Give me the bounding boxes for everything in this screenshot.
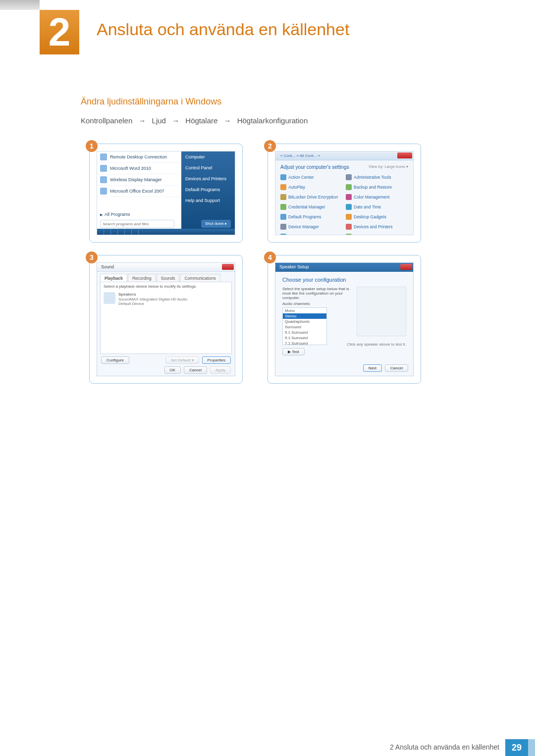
arrow-icon: →	[224, 116, 231, 125]
cancel-button[interactable]: Cancel	[385, 364, 408, 372]
cancel-button[interactable]: Cancel	[184, 366, 207, 374]
start-right-item[interactable]: Help and Support	[181, 195, 235, 206]
page-footer: 2 Ansluta och använda en källenhet 29	[0, 739, 535, 756]
start-right-item[interactable]: Control Panel	[181, 162, 235, 173]
cp-icon	[346, 224, 352, 230]
next-button[interactable]: Next	[363, 364, 382, 372]
screenshot-sound-dialog: 3 Sound Playback Recording Sounds Commun…	[89, 255, 243, 384]
set-default-button[interactable]: Set Default ▾	[165, 356, 199, 364]
tab-playback[interactable]: Playback	[100, 274, 127, 282]
breadcrumb[interactable]: « Cont... » All Cont... »	[280, 153, 320, 158]
list-item[interactable]: Mono	[283, 308, 326, 313]
start-right-item[interactable]: Default Programs	[181, 184, 235, 195]
cp-item[interactable]: Action Center	[280, 172, 346, 182]
speaker-icon	[104, 292, 115, 304]
cp-icon	[346, 214, 352, 220]
playback-device[interactable]: Speakers SoundMAX Integrated Digital HD …	[104, 292, 187, 306]
path-step: Ljud	[152, 116, 166, 125]
screenshot-control-panel: 2 « Cont... » All Cont... » Adjust your …	[268, 144, 421, 243]
footer-caption: 2 Ansluta och använda en källenhet	[384, 739, 505, 756]
start-right-item[interactable]: Devices and Printers	[181, 173, 235, 184]
start-menu-item[interactable]: Wireless Display Manager	[97, 174, 181, 186]
cp-item[interactable]: Ease of Access Center	[346, 232, 411, 235]
window-titlebar: « Cont... » All Cont... »	[275, 151, 413, 160]
close-icon[interactable]	[400, 264, 412, 270]
cp-icon	[280, 194, 286, 200]
menu-label: Microsoft Word 2010	[110, 166, 151, 171]
header-stripe	[0, 0, 40, 10]
cp-item[interactable]: Credential Manager	[280, 202, 346, 212]
menu-label: Wireless Display Manager	[110, 177, 162, 182]
step-badge: 4	[264, 252, 276, 263]
shutdown-button[interactable]: Shut down ▸	[201, 220, 231, 228]
ok-button[interactable]: OK	[164, 366, 181, 374]
cp-item[interactable]: Devices and Printers	[346, 222, 411, 232]
cp-heading: Adjust your computer's settings	[280, 164, 349, 170]
tab-communications[interactable]: Communications	[180, 274, 220, 282]
footer-accent	[528, 739, 535, 756]
cp-item[interactable]: Color Management	[346, 192, 411, 202]
cp-item[interactable]: Administrative Tools	[346, 172, 411, 182]
start-menu-item[interactable]: Microsoft Word 2010	[97, 163, 181, 174]
click-hint: Click any speaker above to test it.	[347, 342, 406, 347]
cp-icon	[346, 184, 352, 190]
menu-label: Remote Desktop Connection	[110, 154, 167, 159]
view-by[interactable]: View by: Large icons ▾	[369, 164, 408, 169]
start-menu-item[interactable]: Remote Desktop Connection	[97, 151, 181, 163]
apply-button[interactable]: Apply	[210, 366, 231, 374]
navigation-path: Kontrollpanelen → Ljud → Högtalare → Hög…	[81, 116, 308, 125]
hint-text: Select a playback device below to modify…	[104, 284, 197, 289]
dialog-title: Speaker Setup	[275, 263, 413, 271]
cp-item[interactable]: Default Programs	[280, 212, 346, 222]
cp-item[interactable]: Desktop Gadgets	[346, 212, 411, 222]
cp-icon	[346, 204, 352, 210]
close-icon[interactable]	[397, 152, 412, 158]
list-item[interactable]: Surround	[283, 324, 326, 330]
cp-icon	[346, 194, 352, 200]
screenshot-speaker-setup: 4 Speaker Setup Choose your configuratio…	[268, 255, 421, 384]
configure-button[interactable]: Configure	[101, 356, 129, 364]
all-programs[interactable]: All Programs	[100, 212, 130, 217]
start-right-item[interactable]: Computer	[181, 151, 235, 162]
cp-item[interactable]: Display	[280, 232, 346, 235]
cp-icon	[280, 224, 286, 230]
cp-item[interactable]: Date and Time	[346, 202, 411, 212]
cp-item[interactable]: AutoPlay	[280, 182, 346, 192]
wizard-heading: Choose your configuration	[282, 277, 346, 283]
test-button[interactable]: ▶ Test	[282, 348, 305, 355]
app-icon	[100, 188, 107, 195]
audio-channel-list[interactable]: Mono Stereo Quadraphonic Surround 5.1 Su…	[282, 307, 327, 345]
cp-icon	[346, 174, 352, 180]
path-step: Högtalare	[185, 116, 217, 125]
cp-icon	[280, 174, 286, 180]
cp-item[interactable]: BitLocker Drive Encryption	[280, 192, 346, 202]
device-sub: SoundMAX Integrated Digital HD Audio	[118, 297, 187, 302]
app-icon	[100, 176, 107, 183]
step-badge: 1	[86, 140, 98, 152]
taskbar	[97, 229, 235, 235]
tab-sounds[interactable]: Sounds	[157, 274, 180, 282]
list-item[interactable]: Quadraphonic	[283, 319, 326, 324]
cp-icon	[280, 204, 286, 210]
tabs: Playback Recording Sounds Communications	[100, 274, 221, 282]
search-input[interactable]	[100, 220, 174, 228]
start-menu-item[interactable]: Microsoft Office Excel 2007	[97, 186, 181, 197]
device-name: Speakers	[118, 292, 136, 297]
list-item[interactable]: Stereo	[283, 313, 326, 319]
list-item[interactable]: 7.1 Surround	[283, 341, 326, 345]
list-item[interactable]: 5.1 Surround	[283, 330, 326, 335]
tab-recording[interactable]: Recording	[128, 274, 156, 282]
cp-icon	[280, 234, 286, 235]
list-item[interactable]: 5.1 Surround	[283, 335, 326, 341]
screenshot-start-menu: 1 Remote Desktop Connection Microsoft Wo…	[89, 144, 243, 243]
path-step: Högtalarkonfiguration	[237, 116, 308, 125]
close-icon[interactable]	[222, 264, 234, 270]
subheading: Ändra ljudinställningarna i Windows	[81, 97, 221, 107]
page-number: 29	[505, 739, 528, 756]
properties-button[interactable]: Properties	[202, 356, 231, 364]
dialog-title: Sound	[97, 263, 235, 272]
chapter-number: 2	[40, 10, 79, 54]
cp-item[interactable]: Backup and Restore	[346, 182, 411, 192]
cp-item[interactable]: Device Manager	[280, 222, 346, 232]
menu-label: Microsoft Office Excel 2007	[110, 189, 164, 194]
